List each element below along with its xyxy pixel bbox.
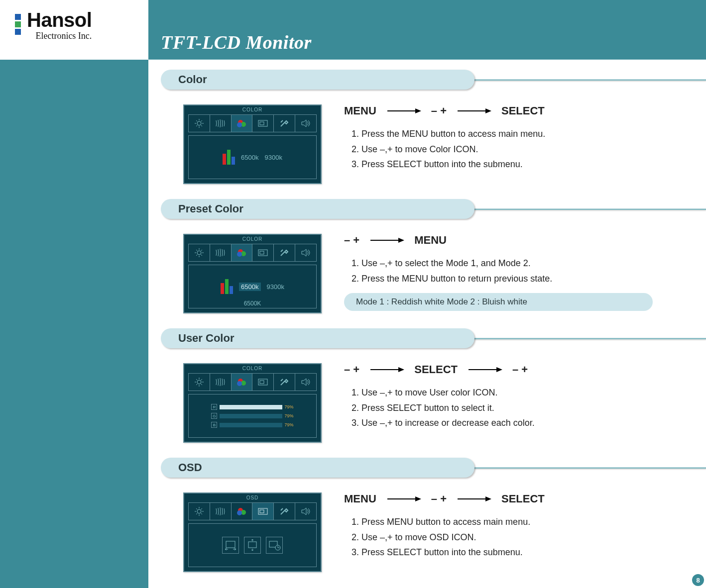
section-header-preset: Preset Color <box>161 199 706 219</box>
brand-name: Hansol <box>27 10 92 30</box>
nav-select-label: SELECT <box>414 363 458 376</box>
section-rule <box>470 338 706 339</box>
svg-line-24 <box>201 255 202 256</box>
step-item: 2. Use –,+ to move OSD ICON. <box>352 530 706 545</box>
step-item: 2. Use –,+ to move Color ICON. <box>352 142 706 157</box>
nav-flow: – + SELECT – + <box>344 363 706 376</box>
steps-list: 1. Press the MENU button to access main … <box>344 126 706 172</box>
svg-marker-73 <box>415 496 421 501</box>
osd-screenshot-color: COLOR 6500k 9300k <box>183 104 322 184</box>
color-icon <box>232 244 253 261</box>
svg-line-41 <box>196 384 197 385</box>
nav-plusminus-label: – + <box>344 363 359 376</box>
osd-timer-icon <box>266 537 283 554</box>
arrow-icon <box>386 107 421 114</box>
color-icon <box>232 374 253 391</box>
screen-icon <box>252 374 274 391</box>
arrow-icon <box>369 366 404 373</box>
svg-marker-51 <box>496 367 502 372</box>
step-item: 2. Press the MENU button to return previ… <box>352 271 706 287</box>
nav-select-label: SELECT <box>501 104 545 117</box>
brand-subtitle: Electronics Inc. <box>35 31 92 41</box>
svg-line-60 <box>201 508 202 509</box>
brightness-icon <box>189 115 210 132</box>
slider-bar <box>220 414 282 418</box>
svg-point-52 <box>197 509 201 513</box>
osd-lower-panel: 6500k 9300k <box>188 135 317 179</box>
osd-icon-row <box>188 244 317 262</box>
speaker-icon <box>295 374 316 391</box>
step-item: 1. Press MENU button to access main menu… <box>352 514 706 530</box>
arrow-icon <box>457 495 491 502</box>
geometry-icon <box>210 115 232 132</box>
brand-logo-icon <box>15 14 23 35</box>
color-temp-1: 6500k <box>241 154 258 161</box>
arrow-icon <box>468 366 502 373</box>
section-header-color: Color <box>161 70 706 90</box>
instructions-color: MENU – + SELECT 1. Press the MENU button… <box>344 104 706 184</box>
slider-r: R79% <box>211 404 293 410</box>
channel-b-icon: B <box>211 422 217 428</box>
nav-flow: MENU – + SELECT <box>344 492 706 505</box>
svg-marker-33 <box>398 238 404 243</box>
svg-line-23 <box>196 250 197 251</box>
nav-select-label: SELECT <box>501 492 545 505</box>
slider-g: G79% <box>211 413 293 419</box>
geometry-icon <box>210 503 232 520</box>
color-temp-2: 9300k <box>265 154 282 161</box>
osd-sub-label: 6500K <box>189 300 316 307</box>
nav-menu-label: MENU <box>344 104 376 117</box>
color-bars-icon <box>221 279 233 294</box>
osd-lower-panel: 6500k 9300k 6500K <box>188 265 317 308</box>
osd-title: COLOR <box>184 366 321 371</box>
osd-vpos-icon <box>244 537 261 554</box>
osd-screenshot-user: COLOR R79% G79% B79% <box>183 363 322 443</box>
instructions-user: – + SELECT – + 1. Use –,+ to move User c… <box>344 363 706 443</box>
svg-point-0 <box>197 121 201 125</box>
brightness-icon <box>189 503 210 520</box>
section-heading: Preset Color <box>161 199 474 219</box>
nav-plusminus-label: – + <box>431 492 447 505</box>
nav-flow: – + MENU <box>344 234 706 247</box>
screen-icon <box>252 244 274 261</box>
slider-value: 79% <box>285 404 294 409</box>
step-item: 3. Press SELECT button into the submenu. <box>352 545 706 560</box>
brightness-icon <box>189 244 210 261</box>
instructions-osd: MENU – + SELECT 1. Press MENU button to … <box>344 492 706 572</box>
page-header: TFT-LCD Monitor <box>148 0 706 60</box>
osd-icon-row <box>188 114 317 132</box>
section-body-color: COLOR 6500k 9300k MENU <box>161 96 706 199</box>
svg-point-29 <box>237 252 242 257</box>
step-item: 1. Press the MENU button to access main … <box>352 126 706 142</box>
mode-note: Mode 1 : Reddish white Mode 2 : Bluish w… <box>344 293 653 311</box>
instructions-preset: – + MENU 1. Use –,+ to select the Mode 1… <box>344 234 706 313</box>
section-heading: User Color <box>161 328 474 348</box>
steps-list: 1. Use –,+ to select the Mode 1, and Mod… <box>344 256 706 286</box>
svg-line-7 <box>196 125 197 126</box>
osd-hpos-icon <box>222 537 239 554</box>
section-body-preset: COLOR 6500k 9300k <box>161 225 706 328</box>
slider-value: 79% <box>285 413 294 418</box>
osd-screenshot-osd: OSD <box>183 492 322 572</box>
svg-rect-65 <box>260 510 264 513</box>
tools-icon <box>274 374 295 391</box>
section-header-user: User Color <box>161 328 706 348</box>
section-body-osd: OSD MENU – + <box>161 484 706 587</box>
osd-title: COLOR <box>184 107 321 112</box>
arrow-icon <box>386 495 421 502</box>
svg-rect-13 <box>260 122 264 125</box>
step-item: 3. Use –,+ to increase or decrease each … <box>352 415 706 431</box>
geometry-icon <box>210 244 232 261</box>
osd-icon-row <box>188 502 317 520</box>
svg-line-40 <box>201 384 202 385</box>
svg-rect-31 <box>260 251 264 254</box>
svg-marker-17 <box>485 108 491 113</box>
nav-plusminus-label: – + <box>431 104 447 117</box>
steps-list: 1. Use –,+ to move User color ICON. 2. P… <box>344 385 706 431</box>
slider-bar <box>220 423 282 427</box>
page-title: TFT-LCD Monitor <box>161 31 312 53</box>
slider-bar <box>220 405 282 409</box>
section-rule <box>470 79 706 81</box>
svg-line-26 <box>201 250 202 251</box>
color-icon <box>232 115 253 132</box>
